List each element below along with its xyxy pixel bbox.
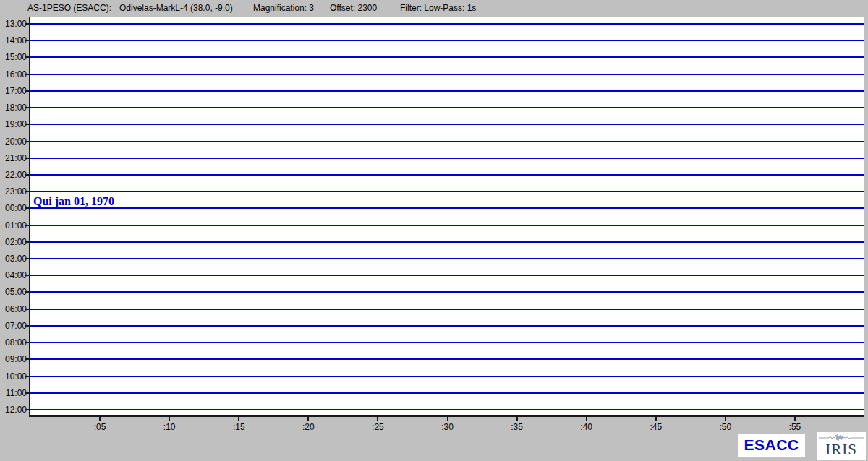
instrument-info: Odivelas-MarkL-4 (38.0, -9.0): [119, 3, 233, 13]
minute-label: :55: [780, 422, 810, 432]
hour-label: 21:00: [0, 153, 27, 163]
hour-label: 10:00: [0, 371, 27, 382]
hour-label: 16:00: [0, 69, 27, 79]
minute-label: :35: [502, 422, 532, 432]
helicorder-window: AS-1PESO (ESACC): Odivelas-MarkL-4 (38.0…: [0, 0, 868, 461]
minute-label: :25: [362, 422, 393, 432]
minute-label: :10: [154, 422, 184, 432]
esacc-logo-text: ESACC: [744, 436, 799, 454]
seismogram-trace: [30, 275, 864, 276]
seismogram-trace: [30, 291, 864, 293]
minute-tick: [169, 417, 170, 421]
minute-label: :15: [224, 422, 254, 432]
minute-label: :50: [710, 422, 741, 432]
minute-tick: [307, 417, 309, 421]
seismogram-trace: [30, 258, 864, 259]
minute-tick: [516, 417, 518, 421]
hour-label: 18:00: [0, 103, 27, 113]
filter-setting: Filter: Low-Pass: 1s: [400, 3, 476, 13]
hour-label: 08:00: [0, 337, 27, 348]
station-id: AS-1PESO (ESACC):: [27, 3, 111, 13]
minute-tick: [655, 417, 657, 421]
date-annotation: Qui jan 01, 1970: [33, 195, 114, 208]
hour-label: 05:00: [0, 287, 27, 297]
seismogram-trace: [30, 376, 864, 377]
hour-label: 17:00: [0, 86, 27, 96]
seismogram-trace: [30, 40, 864, 41]
hour-label: 09:00: [0, 354, 27, 364]
offset-setting: Offset: 2300: [330, 3, 377, 13]
minute-label: :45: [641, 422, 671, 432]
hour-label: 03:00: [0, 254, 27, 264]
helicorder-plot[interactable]: Qui jan 01, 1970: [29, 17, 864, 417]
hour-label: 12:00: [0, 405, 27, 415]
minute-label: :05: [85, 422, 115, 432]
seismogram-trace: [30, 325, 864, 327]
seismogram-trace: [30, 158, 864, 159]
hour-label: 06:00: [0, 304, 27, 314]
hour-label: 19:00: [0, 119, 27, 129]
hour-label: 20:00: [0, 137, 27, 147]
minute-tick: [99, 417, 101, 421]
minute-tick: [377, 417, 378, 421]
hour-label: 13:00: [0, 19, 27, 29]
minute-tick: [794, 417, 796, 421]
seismogram-trace: [30, 241, 864, 243]
hour-label: 04:00: [0, 270, 27, 280]
minute-tick: [447, 417, 448, 421]
seismogram-trace: [30, 56, 864, 58]
seismogram-trace: [30, 124, 864, 125]
hour-label: 01:00: [0, 220, 27, 231]
seismogram-trace: [30, 141, 864, 142]
minute-label: :30: [433, 422, 463, 432]
hour-label: 11:00: [0, 388, 27, 398]
hour-label: 00:00: [0, 203, 27, 213]
esacc-logo: ESACC: [738, 434, 805, 457]
seismogram-trace: [30, 207, 864, 209]
header-bar: AS-1PESO (ESACC): Odivelas-MarkL-4 (38.0…: [0, 0, 868, 17]
hour-label: 22:00: [0, 170, 27, 180]
seismogram-trace: [30, 342, 864, 343]
seismogram-trace: [30, 107, 864, 108]
magnification-setting: Magnification: 3: [253, 3, 314, 13]
seismogram-trace: [30, 90, 864, 92]
seismogram-trace: [30, 174, 864, 176]
seismogram-trace: [30, 225, 864, 226]
seismogram-trace: [30, 392, 864, 394]
hour-label: 02:00: [0, 237, 27, 247]
minute-label: :40: [571, 422, 602, 432]
hour-label: 14:00: [0, 35, 27, 46]
hour-label: 15:00: [0, 52, 27, 62]
minute-tick: [586, 417, 587, 421]
minute-tick: [725, 417, 726, 421]
seismogram-trace: [30, 358, 864, 360]
seismogram-trace: [30, 191, 864, 192]
seismogram-trace: [30, 409, 864, 410]
seismogram-trace: [30, 309, 864, 310]
seismogram-trace: [30, 74, 864, 75]
hour-label: 07:00: [0, 321, 27, 331]
iris-logo: IRIS: [817, 432, 866, 460]
seismogram-trace: [30, 23, 864, 25]
minute-label: :20: [293, 422, 323, 432]
hour-label: 23:00: [0, 186, 27, 197]
iris-logo-text: IRIS: [817, 441, 866, 457]
minute-tick: [238, 417, 239, 421]
